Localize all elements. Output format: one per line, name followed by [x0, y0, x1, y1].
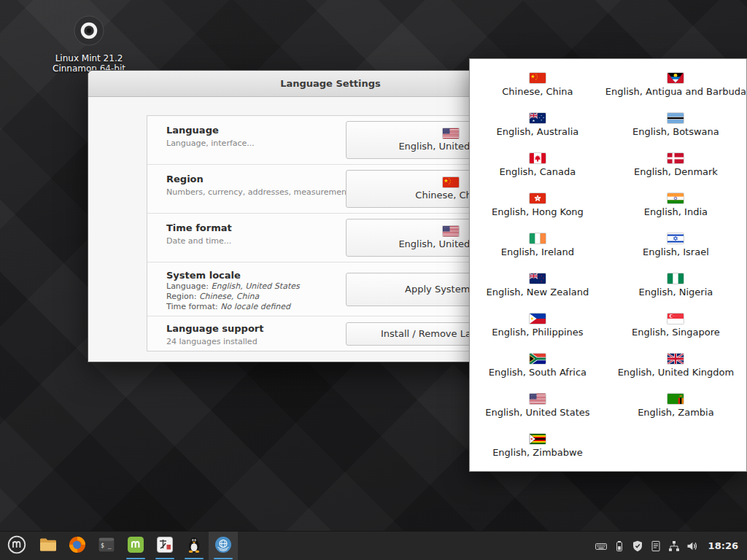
- language-option-label: English, Australia: [497, 126, 579, 137]
- language-option-english-hong-kong[interactable]: English, Hong Kong: [470, 185, 605, 225]
- language-option-label: English, Ireland: [501, 246, 574, 257]
- language-picker-grid: Chinese, ChinaEnglish, Antigua and Barbu…: [470, 59, 746, 472]
- flag-ph-icon: [530, 314, 546, 324]
- language-option-english-australia[interactable]: English, Australia: [470, 105, 605, 145]
- window-title: Language Settings: [280, 78, 381, 89]
- language-option-label: Chinese, China: [502, 86, 573, 97]
- language-option-english-new-zealand[interactable]: English, New Zealand: [470, 265, 605, 306]
- flag-za-icon: [530, 354, 546, 364]
- language-option-label: English, United States: [485, 407, 589, 418]
- flag-dk-icon: [667, 153, 684, 163]
- desktop-background: Linux Mint 21.2 Cinnamon 64-bit Language…: [0, 0, 747, 560]
- taskbar-window-language-settings[interactable]: [209, 532, 238, 560]
- tray-notes-icon[interactable]: [650, 540, 662, 552]
- tray-shield-icon[interactable]: [632, 540, 643, 552]
- language-option-label: English, Zambia: [638, 407, 714, 418]
- language-option-english-zambia[interactable]: English, Zambia: [605, 386, 746, 426]
- language-option-label: English, United Kingdom: [618, 367, 735, 378]
- language-option-english-united-states[interactable]: English, United States: [470, 386, 605, 426]
- language-option-label: English, Philippines: [492, 327, 583, 338]
- launcher-terminal[interactable]: $ _: [92, 532, 121, 560]
- flag-ie-icon: [530, 233, 546, 244]
- language-option-label: English, Botswana: [632, 126, 719, 137]
- flag-us-icon: [443, 128, 459, 139]
- language-option-english-israel[interactable]: English, Israel: [605, 225, 746, 265]
- flag-bw-icon: [667, 113, 684, 123]
- language-option-chinese-china[interactable]: Chinese, China: [470, 65, 605, 105]
- taskbar-window-mint-welcome[interactable]: [121, 532, 150, 560]
- terminal-icon: $ _: [97, 535, 116, 557]
- language-option-label: English, Denmark: [634, 166, 718, 177]
- taskbar-window-input-method[interactable]: [150, 532, 179, 560]
- mint-disc-icon: [71, 13, 107, 48]
- tray-battery-icon[interactable]: [614, 540, 625, 552]
- launcher-files[interactable]: [34, 532, 63, 560]
- launcher-firefox[interactable]: [63, 532, 92, 560]
- language-option-english-botswana[interactable]: English, Botswana: [605, 105, 746, 145]
- language-option-english-ireland[interactable]: English, Ireland: [470, 225, 605, 265]
- flag-us-icon: [443, 226, 459, 236]
- language-option-english-antigua-and-barbuda[interactable]: English, Antigua and Barbuda: [605, 65, 746, 105]
- flag-il-icon: [667, 233, 684, 244]
- flag-au-icon: [530, 113, 546, 123]
- flag-cn-icon: [530, 73, 546, 83]
- svg-text:$ _: $ _: [101, 542, 112, 549]
- flag-us-icon: [530, 394, 546, 404]
- language-option-label: English, Nigeria: [639, 287, 713, 298]
- tray-volume-icon[interactable]: [686, 540, 698, 552]
- language-option-english-denmark[interactable]: English, Denmark: [605, 145, 746, 185]
- language-option-label: English, Antigua and Barbuda: [605, 86, 746, 97]
- language-option-english-united-kingdom[interactable]: English, United Kingdom: [605, 346, 746, 386]
- tray-network-icon[interactable]: [668, 540, 680, 552]
- language-option-label: English, Zimbabwe: [492, 447, 583, 458]
- language-option-english-nigeria[interactable]: English, Nigeria: [605, 265, 746, 306]
- mint-logo-icon: [7, 535, 26, 557]
- firefox-icon: [68, 535, 87, 557]
- flag-zm-icon: [667, 394, 684, 404]
- desktop-icon-installer[interactable]: Linux Mint 21.2 Cinnamon 64-bit: [53, 13, 125, 74]
- files-icon: [39, 535, 58, 557]
- taskbar-clock: 18:26: [708, 540, 738, 551]
- language-option-english-zimbabwe[interactable]: English, Zimbabwe: [470, 426, 605, 466]
- flag-ag-icon: [667, 73, 684, 83]
- flag-ca-icon: [530, 153, 546, 163]
- flag-gb-icon: [667, 354, 684, 364]
- language-option-label: English, Singapore: [632, 327, 720, 338]
- language-option-label: English, Canada: [500, 166, 576, 177]
- language-option-english-india[interactable]: English, India: [605, 185, 746, 225]
- tray-icons: [595, 540, 698, 552]
- taskbar-window-tux-app[interactable]: [179, 532, 209, 560]
- flag-sg-icon: [667, 314, 684, 324]
- language-option-english-canada[interactable]: English, Canada: [470, 145, 605, 185]
- taskbar: $ _ 18:26: [0, 531, 747, 560]
- flag-cn-icon: [443, 177, 459, 187]
- language-option-label: English, Israel: [643, 246, 709, 257]
- tray-keyboard-icon[interactable]: [595, 540, 607, 552]
- flag-hk-icon: [530, 193, 546, 203]
- language-picker-popup: Chinese, ChinaEnglish, Antigua and Barbu…: [469, 58, 747, 472]
- flag-ng-icon: [667, 273, 684, 284]
- language-option-label: English, New Zealand: [487, 287, 589, 298]
- locale-icon: [214, 535, 233, 557]
- language-option-english-south-africa[interactable]: English, South Africa: [470, 346, 605, 386]
- flag-zw-icon: [530, 434, 546, 444]
- flag-in-icon: [667, 193, 684, 203]
- tux-icon: [185, 535, 204, 557]
- taskbar-launchers: $ _: [34, 532, 121, 560]
- taskbar-windows: [121, 532, 238, 560]
- language-option-label: English, South Africa: [489, 367, 587, 378]
- menu-button[interactable]: [0, 532, 34, 560]
- mint-welcome-icon: [126, 535, 145, 557]
- taskbar-tray-area: 18:26: [595, 532, 747, 560]
- input-method-icon: [155, 535, 174, 557]
- language-option-label: English, Hong Kong: [492, 206, 584, 217]
- language-option-english-singapore[interactable]: English, Singapore: [605, 306, 746, 346]
- flag-nz-icon: [530, 273, 546, 284]
- language-option-label: English, India: [644, 206, 708, 217]
- language-option-english-philippines[interactable]: English, Philippines: [470, 306, 605, 346]
